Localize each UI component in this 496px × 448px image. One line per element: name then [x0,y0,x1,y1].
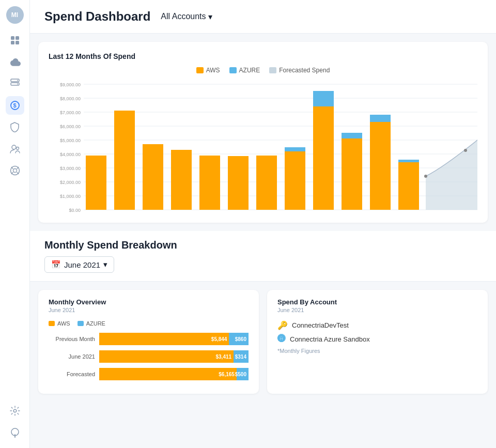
bar-2021-06-azure [398,160,419,162]
sidebar-item-support[interactable] [6,161,24,180]
sidebar-item-spend[interactable]: $ [6,96,24,115]
spend-chart-card: Last 12 Months Of Spend AWS AZURE Foreca… [38,42,488,223]
svg-point-6 [17,80,18,81]
bar-2021-04-azure [342,133,362,138]
monthly-breakdown-title: Monthly Spend Breakdown [44,239,482,251]
azure-legend-color [229,67,237,73]
monthly-overview-card: Monthly Overview June 2021 AWS AZURE Pre… [38,290,259,394]
bar-2021-02-azure [285,147,305,151]
svg-text:$7,000.00: $7,000.00 [60,110,81,115]
bar-2021-02-aws [285,151,305,210]
bottom-cards: Monthly Overview June 2021 AWS AZURE Pre… [38,290,488,394]
bar-2021-05-azure [370,115,391,122]
svg-point-10 [12,145,16,149]
page-title: Spend Dashboard [44,9,150,24]
hbar-aws-color [49,321,55,326]
hbar-label-forecast: Forecasted [49,371,95,377]
svg-text:$0.00: $0.00 [69,208,81,212]
sidebar: MI $ [0,0,30,448]
hbar-row-june: June 2021 $3,411 $314 [49,350,249,363]
month-dropdown-button[interactable]: 📅 June 2021 ▾ [44,256,114,273]
hbar-row-forecast: Forecasted $6,165 $500 [49,368,249,380]
hbar-track-forecast: $6,165 $500 [99,368,249,380]
forecast-dot-2 [464,149,467,152]
svg-point-18 [13,409,17,412]
hbar-row-previous: Previous Month $5,844 $860 [49,333,249,345]
sidebar-item-dashboard[interactable] [6,31,24,50]
bar-2021-03-azure [313,91,334,106]
bar-2020-11-aws [199,156,220,210]
sidebar-item-storage[interactable] [6,74,24,93]
page-header: Spend Dashboard All Accounts ▾ [30,0,496,34]
forecast-legend-color [269,67,276,73]
svg-point-13 [13,169,17,173]
sidebar-item-logout[interactable] [6,423,24,442]
chevron-down-icon: ▾ [103,260,107,269]
legend-aws: AWS [196,67,220,74]
svg-point-7 [17,84,18,85]
hbar-aws-june: $3,411 [99,350,234,363]
bar-2020-07-aws [86,156,106,210]
svg-text:$2,000.00: $2,000.00 [60,180,81,185]
account-name-azure: Connectria Azure Sandbox [290,335,370,343]
main-content: Spend Dashboard All Accounts ▾ Last 12 M… [30,0,496,448]
hbar-legend: AWS AZURE [49,320,249,327]
svg-text:$8,000.00: $8,000.00 [60,96,81,101]
monthly-figures-note: *Monthly Figures [277,348,477,354]
spend-by-account-card: Spend By Account June 2021 🔑 ConnectriaD… [267,290,488,394]
sidebar-item-settings[interactable] [6,401,24,420]
aws-legend-label: AWS [206,67,220,74]
chevron-down-icon: ▾ [208,12,212,22]
accounts-dropdown-label: All Accounts [161,12,206,21]
monthly-breakdown-header: Monthly Spend Breakdown 📅 June 2021 ▾ [30,231,496,282]
hbar-aws-forecast: $6,165 [99,368,237,380]
svg-text:$1,000.00: $1,000.00 [60,194,81,199]
hbar-track-june: $3,411 $314 [99,350,249,363]
month-dropdown-label: June 2021 [64,260,100,269]
bar-chart-svg: $9,000.00 $8,000.00 $7,000.00 $6,000.00 … [49,78,477,212]
svg-text:$3,000.00: $3,000.00 [60,166,81,171]
svg-rect-2 [11,41,14,44]
account-icon-aws: 🔑 [277,320,288,330]
svg-rect-3 [16,41,19,44]
hbar-aws-previous: $5,844 [99,333,229,345]
account-name-aws: ConnectriaDevTest [292,321,349,329]
bar-2020-12-aws [228,156,249,210]
accounts-dropdown[interactable]: All Accounts ▾ [157,10,216,24]
chart-title: Last 12 Months Of Spend [49,52,477,60]
sidebar-item-security[interactable] [6,118,24,136]
bar-2021-01-aws [256,156,277,210]
calendar-icon: 📅 [51,260,61,269]
monthly-overview-subtitle: June 2021 [49,307,249,313]
bar-2020-10-aws [171,150,192,210]
sidebar-item-users[interactable] [6,140,24,158]
account-icon-azure: 🅐 [277,334,286,344]
hbar-aws-label: AWS [57,320,70,327]
hbar-azure-june: $314 [234,350,249,363]
bar-chart-container: $9,000.00 $8,000.00 $7,000.00 $6,000.00 … [49,78,477,212]
svg-text:$: $ [13,102,16,109]
svg-rect-1 [16,36,19,40]
bar-2020-08-aws [114,111,135,210]
bar-2021-06-aws [398,162,419,210]
spend-by-account-subtitle: June 2021 [277,307,477,313]
svg-rect-0 [11,36,14,40]
hbar-legend-aws: AWS [49,320,70,327]
user-avatar[interactable]: MI [6,6,24,24]
svg-text:$6,000.00: $6,000.00 [60,124,81,129]
sidebar-item-cloud[interactable] [6,53,24,71]
forecast-legend-label: Forecasted Spend [279,67,330,74]
account-item-aws: 🔑 ConnectriaDevTest [277,320,477,330]
azure-legend-label: AZURE [239,67,260,74]
svg-point-11 [16,147,19,150]
monthly-overview-title: Monthly Overview [49,298,249,306]
hbar-azure-color [78,321,84,326]
forecast-area [426,129,477,210]
svg-text:$9,000.00: $9,000.00 [60,82,81,87]
hbar-label-june: June 2021 [49,353,95,360]
hbar-azure-forecast: $500 [237,368,249,380]
legend-azure: AZURE [229,67,260,74]
spend-by-account-title: Spend By Account [277,298,477,306]
svg-text:$5,000.00: $5,000.00 [60,138,81,143]
bar-2020-09-aws [143,144,163,210]
